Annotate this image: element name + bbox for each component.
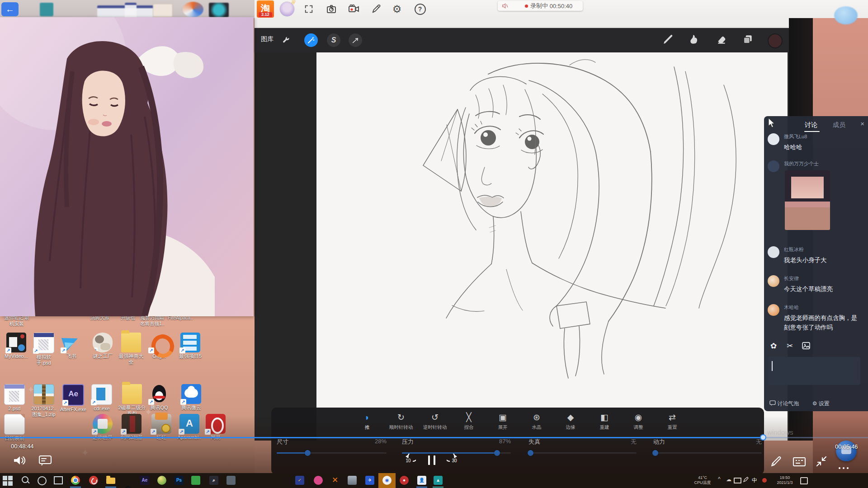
size-slider[interactable]: 尺寸 28%	[277, 438, 387, 460]
taskbar-ps-icon[interactable]: Ps	[174, 475, 184, 485]
desktop-icon-folder2[interactable]: 2磁暴二级分卷包	[118, 384, 146, 416]
record-video-icon[interactable]	[347, 2, 361, 16]
liquify-tool-push[interactable]: ◗ 推	[350, 412, 384, 431]
taskbar-contact-app-icon[interactable]: 👤	[417, 475, 427, 485]
chat-settings-button[interactable]: ⚙ 设置	[812, 400, 830, 407]
skip-back-10-button[interactable]: 10	[401, 454, 416, 469]
action-center-icon[interactable]	[800, 477, 808, 486]
momentum-slider[interactable]: 动力 无	[653, 438, 762, 460]
progress-bar-thumb[interactable]	[760, 434, 766, 441]
liquify-tool-reset[interactable]: ⇄ 重置	[655, 412, 689, 431]
tray-pen-icon[interactable]	[743, 477, 749, 482]
desktop-icon-feishu[interactable]: 飞书	[57, 333, 86, 359]
desktop-icon-origin[interactable]: Origin	[145, 333, 174, 359]
screenshot-camera-icon[interactable]	[324, 2, 339, 16]
liquify-tool-twirl-cw[interactable]: ↻ 顺时针转动	[384, 412, 418, 431]
chat-image-attachment[interactable]	[785, 170, 830, 230]
size-slider-thumb[interactable]	[305, 450, 311, 456]
taskbar-ae-icon[interactable]: Ae	[140, 475, 150, 485]
scissors-icon[interactable]: ✂	[787, 341, 793, 351]
adjustments-wand-icon[interactable]	[304, 33, 318, 47]
momentum-slider-thumb[interactable]	[652, 450, 658, 456]
taskbar-explorer-icon[interactable]	[106, 475, 116, 485]
emoji-flower-icon[interactable]: ✿	[770, 341, 777, 351]
distortion-slider[interactable]: 失真 无	[528, 438, 637, 460]
taskbar-manager-icon[interactable]: ✓	[295, 475, 305, 485]
input-language-indicator[interactable]: 中	[752, 477, 757, 484]
gallery-button[interactable]: 图库	[261, 35, 274, 43]
skip-forward-30-button[interactable]: 30	[447, 454, 462, 469]
close-icon[interactable]: ×	[860, 120, 864, 127]
desktop-icon-a-app[interactable]: AAparambl..	[175, 414, 204, 441]
tray-cloud-icon[interactable]: ☁	[726, 476, 731, 483]
user-avatar[interactable]: ♕	[279, 1, 295, 17]
tray-display-icon[interactable]	[734, 478, 741, 485]
desktop-icon-cdr[interactable]: cdr.exe	[87, 384, 116, 412]
taskbar-thunder-icon[interactable]: ✕	[330, 475, 340, 485]
clock-widget[interactable]: 19:50 2021/1/3	[773, 475, 797, 485]
liquify-tool-reconstruct[interactable]: ◧ 重建	[587, 412, 622, 431]
desktop-icon-media-app[interactable]: 最强项目5	[176, 333, 205, 359]
avatar[interactable]	[768, 275, 779, 287]
taskbar-teal-app-icon[interactable]: ▲	[433, 475, 443, 485]
help-icon[interactable]: ?	[413, 2, 427, 16]
danmaku-toggle-button[interactable]	[39, 455, 52, 465]
desktop-icon-save-app[interactable]: 迷你世界	[88, 414, 117, 441]
desktop-icon-afterfx[interactable]: AeAfterFX.exe	[59, 384, 88, 413]
fullscreen-icon[interactable]	[302, 2, 316, 16]
taskbar-ball-app-icon[interactable]	[157, 475, 167, 485]
liquify-tool-pinch[interactable]: ╳ 捏合	[452, 412, 486, 431]
image-upload-icon[interactable]	[802, 342, 810, 349]
taskbar-green-app-icon[interactable]	[191, 475, 201, 485]
distortion-slider-thumb[interactable]	[528, 450, 533, 456]
annotate-pencil-button[interactable]	[770, 455, 782, 467]
desktop-icon-zip[interactable]: 20170412..图集_1.zip	[29, 384, 58, 417]
tray-expand-caret[interactable]: ^	[718, 476, 721, 482]
actions-wrench-icon[interactable]	[279, 33, 293, 47]
liquify-tool-crystals[interactable]: ⊛ 水晶	[519, 412, 554, 431]
selection-tool-icon[interactable]: S	[327, 33, 340, 47]
more-options-button[interactable]	[837, 463, 849, 471]
taskbar-search-icon[interactable]	[20, 475, 30, 485]
taobao-app-icon[interactable]: 淘 2.12	[257, 0, 274, 18]
desktop-icon-psd-file[interactable]: 模拟软手.psd	[29, 333, 58, 366]
muted-speaker-icon[interactable]	[501, 2, 509, 9]
liquify-tool-adjust[interactable]: ◉ 调整	[621, 412, 656, 431]
avatar[interactable]	[768, 160, 779, 172]
eraser-icon[interactable]	[716, 33, 727, 45]
taskbar-gray-app-icon[interactable]	[226, 475, 236, 485]
taskbar-qq-icon[interactable]	[123, 485, 133, 488]
start-button[interactable]	[3, 475, 13, 485]
tray-red-app-icon[interactable]	[762, 478, 767, 484]
taskbar-search-app-icon[interactable]: ⌕	[209, 475, 219, 485]
exit-fullscreen-button[interactable]	[816, 455, 827, 467]
bubble-toggle[interactable]: 讨论气泡	[769, 400, 801, 407]
player-back-button[interactable]: ←	[1, 2, 19, 16]
taskbar-gray2-app-icon[interactable]	[347, 475, 357, 485]
volume-button[interactable]	[13, 455, 25, 466]
tab-members[interactable]: 成员	[833, 121, 845, 129]
avatar[interactable]	[768, 133, 779, 145]
liquify-tool-edge[interactable]: ◆ 边缘	[553, 412, 588, 431]
task-view-icon[interactable]	[53, 475, 63, 485]
tab-discussion[interactable]: 讨论	[805, 121, 817, 129]
taskbar-chrome-icon[interactable]	[71, 475, 80, 485]
desktop-icon-photo-app[interactable]: 谜之工厂	[88, 333, 117, 359]
desktop-icon-2psd[interactable]: 2.psd	[0, 384, 29, 412]
taskbar-netease-music-icon[interactable]	[89, 475, 99, 485]
desktop-icon-myvideo[interactable]: MyVideo...	[2, 333, 31, 359]
desktop-icon-qq[interactable]: 腾讯QQ	[145, 384, 174, 411]
layers-icon[interactable]	[742, 33, 754, 45]
subtitle-keyboard-button[interactable]	[793, 457, 806, 466]
transform-arrow-icon[interactable]	[349, 33, 362, 47]
liquify-tool-twirl-ccw[interactable]: ↺ 逆时针转动	[418, 412, 452, 431]
taskbar-red-app-icon[interactable]: ●	[399, 475, 409, 485]
drawing-canvas[interactable]	[316, 52, 788, 441]
liquify-tool-expand[interactable]: ▣ 展开	[486, 412, 520, 431]
pressure-slider-thumb[interactable]	[494, 450, 500, 456]
desktop-icon-album[interactable]: 剑网3相册	[117, 414, 146, 441]
desktop-icon-machine[interactable]: 旺旺	[147, 414, 176, 441]
settings-gear-icon[interactable]: ⚙	[390, 2, 404, 16]
smudge-icon[interactable]	[689, 33, 700, 45]
annotate-pen-icon[interactable]	[369, 2, 383, 16]
